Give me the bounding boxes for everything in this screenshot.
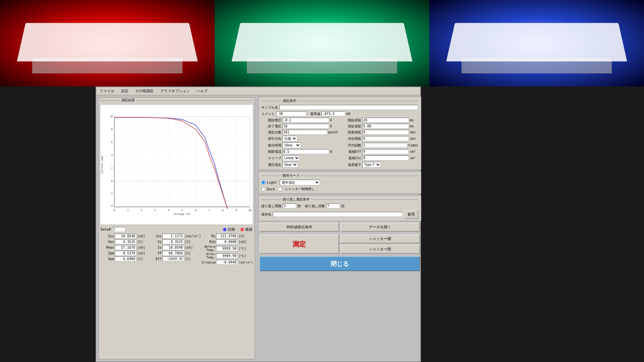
svg-text:3: 3 bbox=[154, 209, 156, 212]
svg-text:6: 6 bbox=[195, 209, 197, 212]
svg-text:4: 4 bbox=[168, 209, 169, 212]
area-jsc-row: 面積Jsc cm² bbox=[341, 155, 418, 161]
sweep-dir-label: 掃引方向 bbox=[261, 136, 281, 141]
menu-other[interactable]: その他測定 bbox=[133, 88, 156, 94]
svg-text:1: 1 bbox=[127, 209, 129, 212]
photo-red bbox=[0, 0, 215, 86]
close-button[interactable]: 閉じる bbox=[260, 256, 420, 271]
repeat-box: 繰り返し測定条件 繰り返し間隔 秒 繰り返し回数 回 保存先 参照 bbox=[258, 195, 421, 221]
close-btn-container: 閉じる bbox=[258, 255, 421, 273]
dark-radio[interactable] bbox=[261, 187, 266, 191]
menu-help[interactable]: ヘルプ bbox=[195, 88, 210, 94]
limit-current-row: 制限電流 A bbox=[261, 149, 338, 154]
cool-delay-input[interactable] bbox=[362, 136, 409, 141]
svg-text:9: 9 bbox=[235, 209, 237, 212]
meas-points-row: 測定点数 point bbox=[261, 130, 338, 135]
menu-graph[interactable]: グラフオプション bbox=[158, 88, 192, 94]
temp-sensor-select[interactable]: Type-TType-K bbox=[362, 162, 381, 168]
integ-time-label: 積分時間 bbox=[261, 143, 281, 148]
svg-text:10: 10 bbox=[249, 209, 252, 212]
meas-right-col: Rs221.9780[Ω] Rsh0.0000[mΩ] Before Temp.… bbox=[201, 233, 253, 265]
start-delay-label: 開始遅延 bbox=[341, 118, 361, 123]
repeat-interval-row: 繰り返し間隔 秒 繰り返し回数 回 bbox=[260, 203, 420, 209]
avg-count-row: 平均回数 times bbox=[341, 142, 418, 148]
meas-delay-input[interactable] bbox=[362, 124, 409, 129]
integ-time-select[interactable]: 10ms1ms100ms bbox=[282, 142, 301, 148]
svg-text:10: 10 bbox=[110, 115, 113, 118]
end-voltage-row: 終了電圧 V bbox=[261, 124, 338, 129]
start-v-input[interactable] bbox=[282, 118, 329, 123]
comment-input[interactable] bbox=[276, 111, 306, 116]
svg-text:2: 2 bbox=[141, 209, 143, 212]
light-radio[interactable] bbox=[261, 180, 266, 185]
start-delay-input[interactable] bbox=[362, 118, 409, 123]
interval-input[interactable] bbox=[283, 203, 296, 208]
browse-button[interactable]: 参照 bbox=[404, 210, 418, 219]
svg-text:-2: -2 bbox=[110, 192, 113, 195]
kijun-input[interactable] bbox=[322, 111, 345, 116]
end-v-input[interactable] bbox=[282, 124, 329, 129]
sample-label: サンプル名 bbox=[261, 105, 278, 110]
backward-indicator: 復路 bbox=[240, 227, 253, 232]
svg-text:0: 0 bbox=[114, 209, 115, 212]
area-jsc-input[interactable] bbox=[362, 156, 409, 161]
integ-time-row: 積分時間 10ms1ms100ms bbox=[261, 142, 338, 148]
start-v-unit: V bbox=[330, 118, 338, 122]
save-label: 保存先 bbox=[261, 212, 271, 217]
result-section-title: 測定結果 bbox=[99, 98, 255, 103]
sweep-row: スイープ LinearLog bbox=[261, 155, 338, 161]
irrad-delay-input[interactable] bbox=[362, 130, 409, 135]
count-label: 繰り返し回数 bbox=[305, 204, 325, 208]
meas-points-input[interactable] bbox=[282, 130, 327, 135]
limit-curr-input[interactable] bbox=[282, 149, 329, 154]
svg-text:8: 8 bbox=[111, 128, 113, 131]
mode-box: 動作モード Light 通常測定 Dark シャ bbox=[258, 171, 421, 194]
chart-container: 0 1 2 3 4 5 6 7 8 9 10 Voltage [V] bbox=[100, 104, 253, 225]
limit-curr-unit: A bbox=[330, 150, 338, 154]
voltage-gen-select[interactable]: SlowFast bbox=[282, 162, 298, 168]
data-num-input[interactable] bbox=[112, 227, 125, 232]
shutter-open-button[interactable]: シャッター開 bbox=[340, 234, 420, 243]
sweep-dir-row: 掃引方向 往復往路復路 bbox=[261, 136, 338, 141]
measure-button[interactable]: 測定 bbox=[260, 234, 339, 254]
sweep-dir-select[interactable]: 往復往路復路 bbox=[282, 136, 297, 141]
svg-text:2: 2 bbox=[111, 167, 113, 170]
menu-settings[interactable]: 設定 bbox=[119, 88, 130, 94]
data-row: Data# 往路 復路 bbox=[99, 226, 255, 233]
area-jsc-label: 面積Jsc bbox=[341, 156, 361, 161]
shutter-close-button[interactable]: シャッター閉 bbox=[340, 245, 420, 254]
right-panel: 測定条件 サンプル名 コメント 基準値 mV bbox=[257, 95, 423, 361]
cool-delay-label: 冷却遅延 bbox=[341, 136, 361, 141]
action-buttons: 測定 シャッター開 シャッター閉 bbox=[258, 234, 421, 254]
dark-radio-group: Dark bbox=[261, 187, 275, 191]
open-data-button[interactable]: データを開く bbox=[340, 223, 420, 232]
svg-text:-4: -4 bbox=[110, 204, 113, 207]
char-calc-button[interactable]: 特性値算出条件 bbox=[260, 223, 339, 232]
kijun-label: 基準値 bbox=[310, 112, 320, 116]
limit-curr-label: 制限電流 bbox=[261, 149, 281, 154]
svg-text:0: 0 bbox=[111, 180, 113, 183]
svg-text:8: 8 bbox=[222, 209, 224, 212]
repeat-section-title: 繰り返し測定条件 bbox=[260, 197, 420, 202]
menu-file[interactable]: ファイル bbox=[98, 88, 116, 94]
shutter-checkbox[interactable] bbox=[278, 187, 282, 191]
save-input[interactable] bbox=[273, 212, 403, 217]
avg-count-input[interactable] bbox=[362, 143, 407, 148]
start-v-label: 開始電圧 bbox=[261, 118, 281, 123]
area-eff-unit: cm² bbox=[410, 150, 418, 154]
sweep-select[interactable]: LinearLog bbox=[282, 155, 300, 161]
count-unit: 回 bbox=[341, 204, 344, 208]
area-eff-row: 面積Eff cm² bbox=[341, 149, 418, 154]
area-eff-input[interactable] bbox=[362, 149, 409, 154]
sample-input[interactable] bbox=[279, 105, 418, 110]
sweep-label: スイープ bbox=[261, 156, 281, 161]
mode-select[interactable]: 通常測定 bbox=[280, 180, 320, 185]
svg-text:4: 4 bbox=[111, 154, 113, 157]
irrad-delay-label: 照射遅延 bbox=[341, 130, 361, 135]
count-input[interactable] bbox=[326, 203, 340, 208]
photo-blue bbox=[429, 0, 644, 86]
svg-text:6: 6 bbox=[111, 141, 113, 144]
dark-label: Dark bbox=[267, 187, 275, 191]
svg-text:Voltage [V]: Voltage [V] bbox=[174, 213, 191, 216]
mode-light-row: Light 通常測定 bbox=[260, 179, 420, 186]
